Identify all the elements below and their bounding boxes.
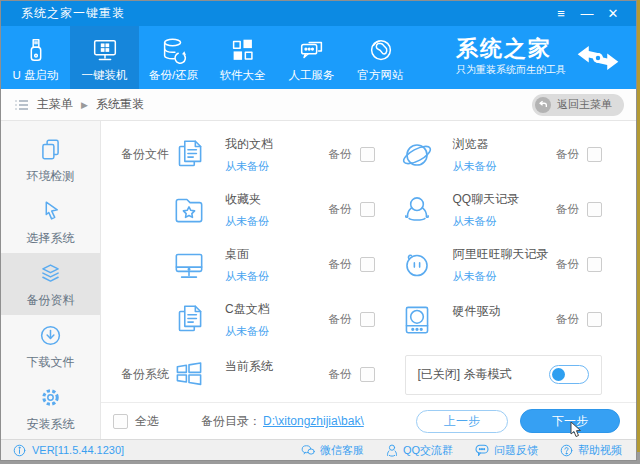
item-title: C盘文档	[225, 301, 270, 318]
menu-list-icon	[15, 99, 29, 111]
close-icon[interactable]: ✕	[600, 1, 626, 26]
select-all-control: 全选	[113, 413, 159, 430]
back-arrow-icon	[535, 97, 551, 113]
nav-backup-restore[interactable]: 备份/还原	[139, 26, 208, 89]
item-title: 桌面	[225, 246, 269, 263]
item-status: 从未备份	[453, 269, 549, 284]
antivirus-cell: [已关闭] 杀毒模式	[397, 355, 637, 395]
nav-label: 一键装机	[82, 68, 128, 83]
statusbar-link-label: 微信客服	[320, 443, 364, 458]
backup-checkbox[interactable]	[587, 147, 602, 162]
antivirus-toggle[interactable]	[549, 365, 589, 384]
next-step-label: 下一步	[552, 413, 588, 430]
next-step-button[interactable]: 下一步	[520, 409, 620, 433]
download-icon	[37, 322, 64, 349]
backup-checkbox[interactable]	[360, 257, 375, 272]
backup-row: 备份文件 我的文档 从未备份	[101, 127, 636, 182]
breadcrumb-separator: ▶	[81, 100, 88, 110]
statusbar-link-label: 帮助视频	[578, 443, 622, 458]
help-circle-icon	[560, 444, 573, 457]
backup-row: C盘文档 从未备份 备份	[101, 292, 636, 347]
action-bar: 全选 备份目录： D:\xitongzhijia\bak\ 上一步 下一步	[101, 402, 636, 439]
sidebar-label: 备份资料	[27, 292, 75, 309]
backup-label: 备份	[329, 367, 352, 382]
backup-item-desktop: 桌面 从未备份 备份	[169, 245, 397, 285]
qq-group-icon	[386, 444, 398, 457]
backup-item-current-system: 当前系统 备份	[169, 355, 397, 395]
item-title: 当前系统	[225, 358, 273, 375]
sidebar-item-backup-data[interactable]: 备份资料	[1, 253, 100, 315]
feedback-bubble-icon	[475, 444, 489, 456]
wangwang-bubble-icon	[397, 245, 437, 285]
hardware-driver-icon	[397, 300, 437, 340]
backup-dir-link[interactable]: D:\xitongzhijia\bak\	[263, 414, 364, 428]
backup-checkbox[interactable]	[587, 312, 602, 327]
backup-item-wangwang-history: 阿里旺旺聊天记录 从未备份 备份	[397, 245, 637, 285]
sidebar-item-select-system[interactable]: 选择系统	[1, 191, 100, 253]
wechat-icon	[301, 444, 315, 456]
desktop-monitor-icon	[169, 245, 209, 285]
item-status: 从未备份	[225, 214, 269, 229]
backup-checkbox[interactable]	[360, 147, 375, 162]
backup-row: 桌面 从未备份 备份	[101, 237, 636, 292]
backup-checkbox[interactable]	[360, 312, 375, 327]
backup-row: 备份系统 当前系统	[101, 347, 636, 402]
item-status: 从未备份	[225, 159, 273, 174]
sidebar-item-download-files[interactable]: 下载文件	[1, 315, 100, 377]
item-title: 收藏夹	[225, 191, 269, 208]
antivirus-mode-box: [已关闭] 杀毒模式	[405, 355, 603, 395]
website-globe-icon	[366, 35, 396, 65]
title-bar: 系统之家一键重装 ≡ — ✕	[1, 1, 636, 26]
item-title: 阿里旺旺聊天记录	[453, 246, 549, 263]
nav-software[interactable]: 软件大全	[208, 26, 277, 89]
item-status: 从未备份	[453, 159, 497, 174]
item-status: 从未备份	[225, 269, 269, 284]
sidebar-label: 选择系统	[27, 230, 75, 247]
backup-checkbox[interactable]	[587, 202, 602, 217]
backup-label: 备份	[556, 147, 579, 162]
backup-checkbox[interactable]	[360, 202, 375, 217]
nav-service[interactable]: 人工服务	[277, 26, 346, 89]
nav-onekey-install[interactable]: 一键装机	[70, 26, 139, 89]
breadcrumb: 主菜单 ▶ 系统重装 返回主菜单	[1, 89, 636, 121]
documents-icon	[169, 135, 209, 175]
select-cursor-icon	[37, 198, 64, 225]
backup-label: 备份	[329, 202, 352, 217]
select-all-label: 全选	[135, 413, 159, 430]
backup-item-my-documents: 我的文档 从未备份 备份	[169, 135, 397, 175]
brand-arrow-icon	[574, 44, 622, 72]
nav-usb-boot[interactable]: U 盘启动	[1, 26, 70, 89]
backup-item-hardware-driver: 硬件驱动 备份	[397, 300, 637, 340]
item-status	[453, 326, 501, 337]
backup-label: 备份	[329, 257, 352, 272]
sidebar-label: 环境检测	[27, 168, 75, 185]
breadcrumb-root[interactable]: 主菜单	[37, 96, 73, 113]
backup-grid: 备份文件 我的文档 从未备份	[101, 121, 636, 402]
wechat-support-link[interactable]: 微信客服	[301, 443, 364, 458]
sidebar-label: 下载文件	[27, 354, 75, 371]
software-grid-icon	[228, 35, 258, 65]
usb-icon	[21, 35, 51, 65]
sidebar-item-env-check[interactable]: 环境检测	[1, 129, 100, 191]
statusbar-link-label: QQ交流群	[403, 443, 453, 458]
backup-restore-icon	[159, 35, 189, 65]
info-icon	[13, 444, 26, 457]
qq-group-link[interactable]: QQ交流群	[386, 443, 453, 458]
backup-label: 备份	[556, 257, 579, 272]
sidebar-item-install-system[interactable]: 安装系统	[1, 377, 100, 439]
backup-label: 备份	[556, 312, 579, 327]
backup-label: 备份	[329, 312, 352, 327]
menu-icon[interactable]: ≡	[548, 1, 574, 26]
onekey-monitor-icon	[90, 35, 120, 65]
item-title: QQ聊天记录	[453, 191, 520, 208]
nav-website[interactable]: 官方网站	[346, 26, 415, 89]
help-video-link[interactable]: 帮助视频	[560, 443, 622, 458]
prev-step-button[interactable]: 上一步	[416, 410, 508, 433]
backup-checkbox[interactable]	[360, 367, 375, 382]
minimize-icon[interactable]: —	[574, 1, 600, 26]
feedback-link[interactable]: 问题反馈	[475, 443, 538, 458]
backup-checkbox[interactable]	[587, 257, 602, 272]
back-to-main-button[interactable]: 返回主菜单	[532, 94, 624, 116]
window-title: 系统之家一键重装	[21, 5, 548, 22]
select-all-checkbox[interactable]	[113, 414, 128, 429]
